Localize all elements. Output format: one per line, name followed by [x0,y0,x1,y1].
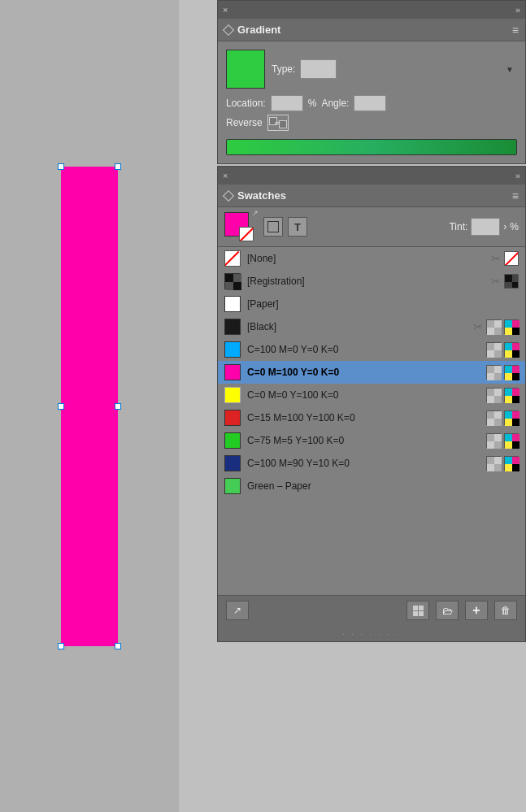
swatch-green[interactable]: C=75 M=5 Y=100 K=0 [218,429,525,452]
gradient-location-row: Location: % Angle: [226,95,517,111]
gradient-title: Gradient [237,24,280,36]
footer-left: ↗ [226,601,249,620]
swatch-name-black: [Black] [247,321,467,332]
swatch-icons-black: ✂ [473,319,519,334]
swatch-yellow[interactable]: C=0 M=0 Y=100 K=0 [218,384,525,406]
swatches-close-btn[interactable]: × [223,171,228,180]
swatch-color-preview[interactable]: ↗ [224,212,254,241]
handle-mid-right[interactable] [115,403,121,410]
show-as-list-btn[interactable] [406,601,429,620]
tint-input[interactable]: 100 [471,218,500,236]
tint-arrow-btn[interactable]: › [503,221,506,232]
panels-area: × » Gradient ≡ Type: [217,0,526,812]
swatch-color-black [224,319,241,335]
swatches-empty-area [218,497,525,595]
swatch-color-registration [224,273,241,289]
gradient-titlebar: Gradient ≡ [218,19,525,41]
tint-label: Tint: [449,221,467,232]
handle-top-left[interactable] [58,163,64,170]
angle-input[interactable] [354,95,386,111]
swatch-name-navy: C=100 M=90 Y=10 K=0 [247,458,480,469]
swatch-color-magenta [224,364,241,380]
tint-percent: % [510,221,519,232]
swatch-red[interactable]: C=15 M=100 Y=100 K=0 [218,406,525,429]
location-input[interactable] [271,95,303,111]
swatch-name-green: C=75 M=5 Y=100 K=0 [247,435,480,446]
tint-section: Tint: 100 › % [449,218,519,236]
delete-swatch-btn[interactable]: 🗑 [494,601,517,620]
swatch-color-cyan [224,341,241,358]
reverse-icon[interactable]: ⇄ [267,115,289,131]
swatch-name-registration: [Registration] [247,276,485,287]
gradient-color-preview[interactable] [226,50,265,89]
swatch-secondary-color [239,227,254,241]
swatch-name-cyan: C=100 M=0 Y=0 K=0 [247,344,480,355]
swatches-title-left: Swatches [224,189,286,202]
new-color-group-btn[interactable]: ↗ [226,601,249,620]
swatch-color-green-paper [224,478,241,494]
solid-mode-btn[interactable] [263,217,283,237]
gradient-type-control: Type: Linear Radial ▼ [272,59,517,79]
swatch-cyan[interactable]: C=100 M=0 Y=0 K=0 [218,338,525,361]
swatch-color-green [224,432,241,449]
swatch-icons-yellow [486,388,519,402]
swatches-titlebar: Swatches ≡ [218,185,525,207]
text-mode-btn[interactable]: T [288,217,307,237]
swatches-panel: × » Swatches ≡ ↗ [217,166,526,642]
gradient-bar[interactable] [226,139,517,155]
swatch-name-magenta: C=0 M=100 Y=0 K=0 [247,367,480,378]
swatch-icons-red [486,410,519,425]
handle-top-right[interactable] [115,163,121,170]
swatch-green-paper[interactable]: Green – Paper [218,475,525,497]
swatch-icons-none: ✂ [491,251,519,266]
swatch-mode-indicator: ↗ [252,209,259,217]
swatches-list: [None] ✂ [Registration] [218,247,525,497]
gradient-close-btn[interactable]: × [223,5,228,15]
swatch-magenta[interactable]: C=0 M=100 Y=0 K=0 [218,361,525,384]
gradient-content: Type: Linear Radial ▼ Location: [218,41,525,163]
swatch-navy[interactable]: C=100 M=90 Y=10 K=0 [218,452,525,475]
swatch-name-green-paper: Green – Paper [247,480,512,492]
topbar-left: × [223,5,228,15]
swatches-topbar-left: × [223,171,228,180]
swatch-registration[interactable]: [Registration] ✂ [218,270,525,293]
gradient-type-select-wrapper: Linear Radial ▼ [300,59,517,79]
swatch-color-yellow [224,387,241,403]
swatches-footer: ↗ 🗁 + 🗑 [218,595,525,625]
canvas-area [0,0,179,812]
gradient-panel: × » Gradient ≡ Type: [217,0,526,164]
angle-label: Angle: [321,98,349,109]
handle-bottom-left[interactable] [58,643,64,649]
swatch-name-yellow: C=0 M=0 Y=100 K=0 [247,389,480,401]
swatches-title: Swatches [237,189,286,202]
swatches-toolbar: ↗ T Tint: 100 › % [218,207,525,247]
swatch-paper[interactable]: [Paper] [218,293,525,315]
type-label: Type: [272,63,295,75]
swatches-collapse-btn[interactable]: » [515,171,520,180]
swatches-menu-btn[interactable]: ≡ [512,189,519,202]
swatch-color-red [224,410,241,426]
new-swatch-btn[interactable]: + [465,601,488,620]
location-label: Location: [226,98,266,109]
panel-drag-handle: · · · · · · · [218,625,525,641]
gradient-panel-topbar: × » [218,1,525,19]
gradient-type-select[interactable]: Linear Radial [300,59,337,79]
swatch-icons-cyan [486,342,519,357]
gradient-menu-btn[interactable]: ≡ [512,24,519,37]
gradient-collapse-btn[interactable]: » [515,5,520,15]
swatch-black[interactable]: [Black] ✂ [218,315,525,338]
gradient-reverse-row: Reverse ⇄ [226,115,517,131]
swatch-color-paper [224,296,241,312]
swatch-none[interactable]: [None] ✂ [218,247,525,270]
magenta-rectangle[interactable] [61,167,118,646]
handle-bottom-right[interactable] [115,643,121,649]
handle-mid-left[interactable] [58,403,64,410]
swatch-color-none [224,250,241,267]
select-arrow-icon: ▼ [506,65,514,74]
swatch-name-paper: [Paper] [247,298,512,310]
gradient-title-left: Gradient [224,24,280,36]
open-folder-btn[interactable]: 🗁 [436,601,459,620]
selected-object[interactable] [61,167,118,646]
swatches-panel-topbar: × » [218,167,525,185]
gradient-type-section: Type: Linear Radial ▼ [272,59,517,79]
